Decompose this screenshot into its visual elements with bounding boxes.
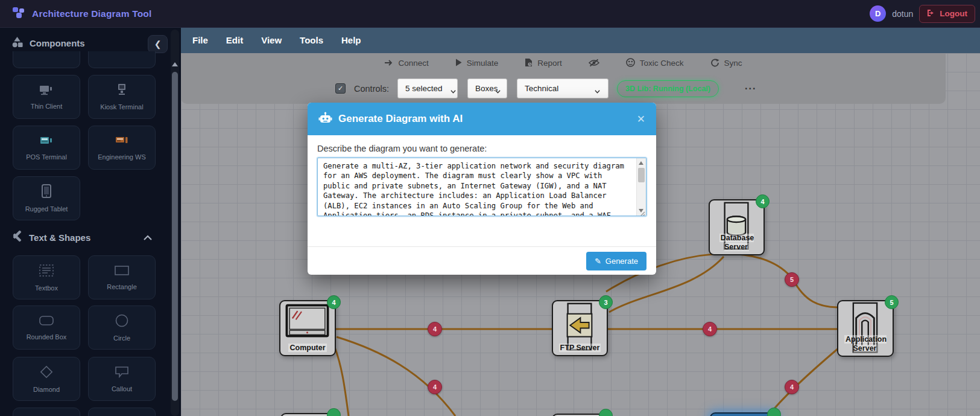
- toolbar-buttons-row: ConnectSimulateReportToxic CheckSync: [181, 58, 946, 68]
- tile-label: Rugged Tablet: [25, 205, 68, 213]
- edge-badge: 5: [785, 272, 799, 287]
- node-ftp-server[interactable]: FTP Server3: [552, 300, 608, 356]
- textbox-icon: [38, 263, 55, 280]
- modal-footer: ✎ Generate: [308, 246, 656, 275]
- close-button[interactable]: ✕: [637, 113, 645, 126]
- engineering-ws-icon: [114, 135, 130, 149]
- menu-item-tools[interactable]: Tools: [291, 30, 332, 50]
- more-options[interactable]: ...: [745, 81, 756, 92]
- select-value: Technical: [525, 84, 558, 93]
- components-title: Components: [30, 38, 85, 48]
- node-bottom-node-blue[interactable]: [710, 412, 776, 416]
- component-tile-thin-client[interactable]: Thin Client: [13, 75, 80, 119]
- pencil-icon: ✎: [595, 257, 601, 266]
- select-connector-style[interactable]: Boxes: [467, 78, 507, 98]
- scrollbar-thumb[interactable]: [172, 72, 178, 401]
- sidebar-scrollbar[interactable]: [171, 30, 179, 416]
- brand: Architecture Diagram Tool: [0, 6, 152, 22]
- shape-tile-rounded-box[interactable]: Rounded Box: [13, 306, 80, 350]
- diamond-icon: [39, 365, 54, 382]
- app-logo-icon: [12, 6, 26, 22]
- user-avatar[interactable]: D: [870, 5, 886, 22]
- select-theme[interactable]: Technical: [517, 78, 609, 98]
- modal-title: Generate Diagram with AI: [338, 113, 463, 125]
- play-icon: [455, 59, 462, 68]
- edge-badge: 4: [703, 322, 717, 336]
- tile-label: Thin Client: [31, 103, 63, 110]
- rectangle-icon: [113, 264, 130, 279]
- tile-label: Rectangle: [107, 283, 137, 290]
- toxic-icon: [626, 58, 635, 68]
- tile-label: Kiosk Terminal: [100, 103, 143, 110]
- node-bottom-node-2[interactable]: [552, 414, 608, 416]
- toolbar-button-toxic-check[interactable]: Toxic Check: [626, 58, 684, 68]
- node-badge: 3: [599, 295, 613, 309]
- scroll-up-arrow[interactable]: [639, 161, 643, 165]
- node-bottom-node-1[interactable]: [280, 413, 336, 416]
- edge-badge: 4: [785, 380, 799, 394]
- shape-tile-partial-tile[interactable]: [88, 408, 156, 416]
- circle-icon: [115, 313, 129, 330]
- component-tile-kiosk-terminal[interactable]: Kiosk Terminal: [88, 75, 156, 119]
- node-computer[interactable]: Computer4: [279, 300, 336, 356]
- component-tile-engineering-ws[interactable]: Engineering WS: [88, 126, 156, 170]
- pencil-ruler-icon: [11, 230, 23, 245]
- textarea-scrollbar[interactable]: [636, 158, 646, 216]
- component-tile-partial-tile[interactable]: [13, 51, 80, 68]
- tile-label: POS Terminal: [26, 153, 67, 161]
- component-tile-partial-tile[interactable]: [88, 51, 156, 68]
- controls-checkbox[interactable]: ✓: [335, 83, 346, 94]
- logout-icon: [927, 9, 935, 19]
- node-badge: 4: [327, 295, 341, 309]
- shape-tile-circle[interactable]: Circle: [88, 306, 156, 350]
- components-sidebar: Components ❮ Thin ClientKiosk TerminalPO…: [0, 27, 181, 416]
- toolbar-button-label: Sync: [724, 59, 742, 68]
- ai-generate-modal: Generate Diagram with AI ✕ Describe the …: [308, 103, 656, 275]
- resize-grip[interactable]: [639, 209, 645, 215]
- tile-label: Rounded Box: [27, 333, 67, 341]
- node-application-server[interactable]: ApplicationServer5: [837, 300, 894, 357]
- sync-icon: [710, 59, 719, 68]
- textarea-scroll-thumb[interactable]: [638, 168, 645, 182]
- toolbar-button-sync[interactable]: Sync: [710, 58, 742, 68]
- shape-tile-callout[interactable]: Callout: [88, 357, 156, 401]
- menu-item-file[interactable]: File: [183, 30, 217, 50]
- menu-item-help[interactable]: Help: [332, 30, 370, 50]
- collapse-sidebar-button[interactable]: ❮: [148, 35, 168, 53]
- shape-tile-textbox[interactable]: Textbox: [13, 255, 80, 299]
- text-shapes-header[interactable]: Text & Shapes: [0, 228, 181, 246]
- shape-tile-partial-tile[interactable]: [13, 408, 80, 416]
- component-tile-pos-terminal[interactable]: POS Terminal: [13, 126, 80, 170]
- top-navbar: Architecture Diagram Tool D dotun Logout: [0, 0, 980, 28]
- component-tile-rugged-tablet[interactable]: Rugged Tablet: [13, 176, 80, 220]
- generate-button[interactable]: ✎ Generate: [586, 252, 646, 270]
- rounded-box-icon: [38, 315, 55, 329]
- select-value: 5 selected: [405, 84, 443, 93]
- menu-item-view[interactable]: View: [252, 30, 291, 50]
- arrow-right-icon: [384, 59, 393, 68]
- connection-edge: [335, 347, 349, 416]
- node-database-server[interactable]: DatabaseServer4: [709, 199, 765, 255]
- menubar: FileEditViewToolsHelp: [181, 27, 980, 53]
- node-label: Computer: [280, 344, 335, 352]
- controls-label: Controls:: [354, 84, 389, 94]
- tile-label: Diamond: [33, 386, 60, 393]
- node-label: DatabaseServer: [710, 234, 763, 251]
- text-shapes-title: Text & Shapes: [29, 232, 90, 243]
- toolbar-button-simulate[interactable]: Simulate: [455, 58, 499, 68]
- toolbar-button-connect[interactable]: Connect: [384, 58, 428, 68]
- toolbar-button-report[interactable]: Report: [525, 58, 562, 68]
- shape-tile-diamond[interactable]: Diamond: [13, 357, 80, 401]
- tile-label: Circle: [113, 334, 130, 342]
- select-controls-count[interactable]: 5 selected: [397, 78, 458, 98]
- rugged-tablet-icon: [41, 184, 52, 201]
- shape-tile-rectangle[interactable]: Rectangle: [88, 255, 156, 299]
- prompt-textarea[interactable]: Generate a multi-AZ, 3-tier application …: [317, 158, 646, 216]
- menu-item-edit[interactable]: Edit: [217, 30, 252, 50]
- chevron-down-icon: [495, 87, 501, 92]
- logout-button[interactable]: Logout: [919, 5, 975, 23]
- scroll-up-icon[interactable]: [172, 62, 178, 66]
- prompt-text: Generate a multi-AZ, 3-tier application …: [318, 158, 646, 216]
- status-badge-3d-lib: 3D Lib: Running (Local): [617, 80, 719, 97]
- toolbar-button-eye-slash[interactable]: [589, 58, 599, 68]
